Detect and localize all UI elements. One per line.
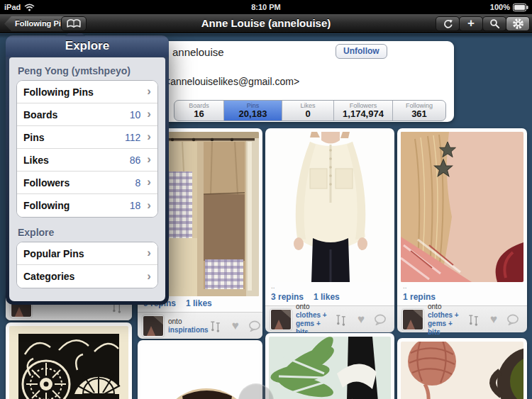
battery-icon bbox=[513, 4, 528, 11]
like-icon[interactable]: ♥ bbox=[358, 313, 365, 325]
pin-stats: 3 repins1 likes bbox=[269, 290, 391, 303]
chevron-right-icon: › bbox=[147, 108, 151, 120]
pin-card-plant[interactable] bbox=[265, 333, 394, 399]
menu-item-categories[interactable]: Categories › bbox=[17, 265, 157, 288]
pinner-avatar[interactable] bbox=[143, 315, 164, 337]
comment-icon[interactable] bbox=[506, 314, 519, 325]
pin-image-yarn[interactable] bbox=[401, 342, 523, 399]
stats-segment-followers[interactable]: Followers 1,174,974 bbox=[334, 101, 393, 120]
comment-icon[interactable] bbox=[248, 320, 261, 332]
pin-repins[interactable]: 3 repins bbox=[271, 292, 304, 302]
pin-likes[interactable]: 1 likes bbox=[186, 298, 212, 308]
stats-segment-following[interactable]: Following 361 bbox=[393, 101, 445, 120]
profile-email: <annelouiselikes@gmail.com> bbox=[165, 76, 299, 87]
menu-item-popular-pins[interactable]: Popular Pins › bbox=[17, 242, 157, 265]
pin-footer: onto clothes + gems + bits ♥ bbox=[397, 305, 527, 332]
pin-description: .. bbox=[401, 282, 523, 290]
pin-footer: onto clothes + gems + bits ♥ bbox=[265, 305, 394, 332]
explore-menu-group: Popular Pins › Categories › bbox=[16, 242, 158, 288]
popover-body: Peng Yong (ymtshpeyo) Following Pins › B… bbox=[9, 57, 165, 301]
chevron-right-icon: › bbox=[147, 199, 151, 211]
repin-icon[interactable] bbox=[467, 313, 481, 326]
status-bar: iPad 8:10 PM 100% bbox=[0, 0, 532, 14]
unfollow-button-label: Unfollow bbox=[343, 46, 379, 56]
pin-stats: 1 repins bbox=[401, 290, 523, 303]
chevron-right-icon: › bbox=[147, 270, 151, 282]
add-button[interactable]: + bbox=[459, 16, 483, 31]
pin-card-floral-tile[interactable] bbox=[6, 322, 132, 399]
stats-segment-boards[interactable]: Boards 16 bbox=[174, 101, 224, 120]
pin-likes[interactable]: 1 likes bbox=[314, 292, 340, 302]
board-link[interactable]: clothes + gems + bits bbox=[428, 311, 467, 337]
unfollow-button[interactable]: Unfollow bbox=[336, 44, 387, 59]
pin-image-plant[interactable] bbox=[269, 337, 391, 399]
account-menu-group: Following Pins › Boards 10 › Pins 112 › … bbox=[16, 80, 158, 218]
pin-card-yarn[interactable] bbox=[397, 338, 527, 399]
menu-item-pins[interactable]: Pins 112 › bbox=[17, 126, 157, 149]
explore-popover: Explore Peng Yong (ymtshpeyo) Following … bbox=[6, 35, 169, 305]
onto-label: onto bbox=[428, 303, 441, 310]
comment-icon[interactable] bbox=[374, 314, 387, 325]
popover-title: Explore bbox=[6, 35, 169, 57]
chevron-right-icon: › bbox=[147, 130, 151, 142]
stats-segment-likes[interactable]: Likes 0 bbox=[282, 101, 334, 120]
search-icon bbox=[489, 18, 500, 29]
like-icon[interactable]: ♥ bbox=[232, 320, 239, 332]
board-link[interactable]: inspirations bbox=[168, 326, 209, 335]
like-icon[interactable]: ♥ bbox=[490, 313, 497, 325]
chevron-right-icon: › bbox=[147, 153, 151, 165]
menu-item-following-pins[interactable]: Following Pins › bbox=[17, 81, 157, 103]
pin-image-earring[interactable] bbox=[401, 132, 523, 282]
repin-icon[interactable] bbox=[334, 313, 348, 326]
menu-item-following[interactable]: Following 18 › bbox=[17, 194, 157, 217]
menu-item-likes[interactable]: Likes 86 › bbox=[17, 149, 157, 172]
plus-icon: + bbox=[467, 17, 475, 29]
app-screen: iPad 8:10 PM 100% Following Pins bbox=[0, 0, 532, 399]
menu-item-boards[interactable]: Boards 10 › bbox=[17, 103, 157, 126]
onto-label: onto bbox=[168, 317, 182, 325]
pin-card-blouse[interactable]: .. 3 repins1 likes onto clothes + gems +… bbox=[265, 128, 394, 329]
pin-card-earring[interactable]: .. 1 repins onto clothes + gems + bits ♥ bbox=[397, 128, 527, 330]
settings-button[interactable] bbox=[506, 16, 530, 31]
search-button[interactable] bbox=[482, 16, 506, 31]
gear-icon bbox=[512, 18, 524, 30]
stats-segment-pins[interactable]: Pins 20,183 bbox=[224, 101, 282, 120]
pinner-avatar[interactable] bbox=[270, 309, 292, 330]
onto-label: onto bbox=[296, 303, 309, 310]
refresh-button[interactable] bbox=[436, 16, 460, 31]
chevron-right-icon: › bbox=[147, 176, 151, 188]
menu-item-followers[interactable]: Followers 8 › bbox=[17, 172, 157, 194]
repin-icon[interactable] bbox=[209, 320, 223, 332]
pin-repins[interactable]: 1 repins bbox=[403, 292, 436, 302]
pinner-avatar[interactable] bbox=[402, 309, 423, 330]
profile-card: annelouise Unfollow <annelouiselikes@gma… bbox=[135, 41, 454, 122]
pin-image-floral-tile[interactable] bbox=[9, 326, 128, 399]
pin-image-blouse[interactable] bbox=[269, 132, 391, 282]
refresh-icon bbox=[443, 18, 453, 29]
explore-section-label: Explore bbox=[18, 227, 157, 238]
pin-footer: onto inspirations ♥ bbox=[138, 312, 262, 339]
profile-stats-segmented-control: Boards 16 Pins 20,183 Likes 0 Followers … bbox=[174, 100, 446, 121]
account-section-label: Peng Yong (ymtshpeyo) bbox=[18, 65, 157, 77]
profile-username: annelouise bbox=[172, 46, 224, 58]
chevron-right-icon: › bbox=[147, 247, 151, 259]
chevron-right-icon: › bbox=[147, 85, 151, 97]
status-time: 8:10 PM bbox=[0, 3, 532, 11]
pin-description: .. bbox=[269, 282, 391, 290]
battery-percent: 100% bbox=[490, 3, 510, 11]
nav-bar: Following Pins Anne Louise (annelouise) … bbox=[0, 14, 532, 33]
